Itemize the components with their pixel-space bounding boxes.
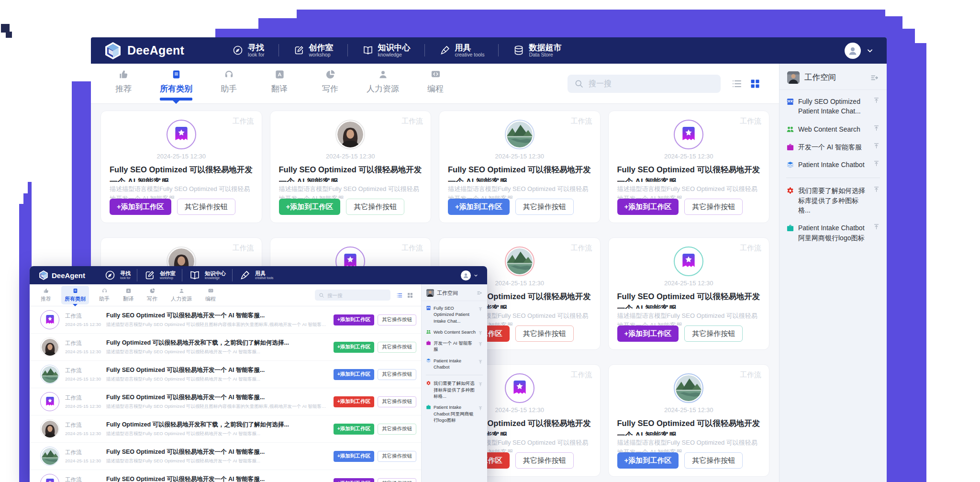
add-to-workspace-button[interactable]: +添加到工作区 (617, 452, 679, 469)
nav-item[interactable]: 知识中心 knowledge (348, 44, 425, 57)
add-to-workspace-button[interactable]: +添加到工作区 (617, 199, 679, 215)
category-tab[interactable]: 助手 (96, 286, 113, 304)
workspace-item[interactable]: Patient Intake Chatbot 阿里网商银行logo图标 (786, 223, 880, 243)
category-tab[interactable]: 编程 (421, 67, 450, 101)
agent-card[interactable]: 工作流 2024-25-15 12:30 Fully SEO Optimized… (608, 237, 770, 350)
list-view-icon[interactable] (731, 78, 743, 90)
category-tab[interactable]: 写作 (144, 286, 161, 304)
avatar[interactable] (461, 270, 471, 280)
nav-item[interactable]: 创作室 workshop (137, 269, 182, 281)
search-box[interactable] (315, 290, 390, 301)
pin-to-top-icon[interactable] (873, 142, 880, 149)
other-actions-button[interactable]: 其它操作按钮 (684, 199, 743, 215)
workspace-item[interactable]: Web Content Search (786, 124, 880, 134)
workspace-item[interactable]: 我们需要了解如何选择标库提供了多种图标格... (786, 186, 880, 215)
nav-item[interactable]: 用具 creative tools (425, 44, 499, 57)
agent-card[interactable]: 工作流 2024-25-15 12:30 Fully SEO Optimized… (100, 111, 262, 223)
other-actions-button[interactable]: 其它操作按钮 (378, 478, 416, 482)
agent-card[interactable]: 工作流 2024-25-15 12:30 Fully SEO Optimized… (608, 111, 770, 223)
add-to-workspace-button[interactable]: +添加到工作区 (448, 199, 510, 215)
add-to-workspace-button[interactable]: +添加到工作区 (334, 369, 374, 380)
category-tab[interactable]: 助手 (214, 67, 243, 101)
agent-list-row[interactable]: 工作流 2024-25-15 12:30 Fully SEO Optimized… (30, 388, 421, 415)
pin-to-top-icon[interactable] (478, 358, 483, 362)
user-menu[interactable] (461, 270, 479, 280)
add-to-workspace-button[interactable]: +添加到工作区 (334, 396, 374, 407)
user-menu[interactable] (845, 43, 874, 59)
add-to-workspace-button[interactable]: +添加到工作区 (279, 199, 341, 215)
workspace-item[interactable]: Fully SEO Optimized Patient Intake Chat.… (426, 305, 483, 324)
add-to-workspace-button[interactable]: +添加到工作区 (110, 199, 171, 215)
avatar[interactable] (845, 43, 861, 59)
agent-card[interactable]: 工作流 2024-25-15 12:30 Fully SEO Optimized… (439, 111, 601, 223)
search-input[interactable] (327, 292, 387, 298)
other-actions-button[interactable]: 其它操作按钮 (346, 199, 404, 215)
workspace-item[interactable]: Patient Intake Chatbot (786, 160, 880, 169)
grid-view-icon[interactable] (407, 292, 413, 299)
pin-to-top-icon[interactable] (478, 340, 483, 345)
collapse-sidebar-icon[interactable] (477, 290, 482, 296)
other-actions-button[interactable]: 其它操作按钮 (177, 199, 235, 215)
workspace-item[interactable]: 开发一个 AI 智能客服 (786, 142, 880, 152)
pin-to-top-icon[interactable] (478, 380, 483, 385)
workspace-item[interactable]: Fully SEO Optimized Patient Intake Chat.… (786, 97, 880, 116)
list-view-icon[interactable] (396, 292, 403, 299)
agent-list-row[interactable]: 工作流 2024-25-15 12:30 Fully SEO Optimized… (30, 470, 421, 482)
other-actions-button[interactable]: 其它操作按钮 (378, 314, 416, 325)
other-actions-button[interactable]: 其它操作按钮 (378, 396, 416, 407)
other-actions-button[interactable]: 其它操作按钮 (378, 342, 416, 353)
agent-list-row[interactable]: 工作流 2024-25-15 12:30 Fully SEO Optimized… (30, 306, 421, 334)
nav-item[interactable]: 创作室 workshop (279, 44, 348, 57)
category-tab[interactable]: 翻译 (120, 286, 137, 304)
collapse-sidebar-icon[interactable] (870, 73, 879, 82)
agent-list-row[interactable]: 工作流 2024-25-15 12:30 Fully Optimized 可以很… (30, 334, 421, 361)
search-input[interactable] (589, 79, 714, 88)
other-actions-button[interactable]: 其它操作按钮 (684, 325, 743, 342)
workspace-item[interactable]: Web Content Search (426, 329, 483, 335)
add-to-workspace-button[interactable]: +添加到工作区 (617, 325, 679, 342)
workspace-item[interactable]: 开发一个 AI 智能客服 (426, 340, 483, 353)
workspace-item[interactable]: 我们需要了解如何选择标库提供了多种图标格... (426, 380, 483, 399)
workspace-item[interactable]: Patient Intake Chatbot (426, 358, 483, 370)
pin-to-top-icon[interactable] (478, 404, 483, 409)
pin-to-top-icon[interactable] (873, 124, 880, 132)
agent-list-row[interactable]: 工作流 2024-25-15 12:30 Fully SEO Optimized… (30, 361, 421, 388)
nav-item[interactable]: 用具 creative tools (233, 269, 280, 281)
category-tab[interactable]: 翻译 (265, 67, 294, 101)
category-tab[interactable]: 写作 (316, 67, 345, 101)
add-to-workspace-button[interactable]: +添加到工作区 (334, 478, 374, 482)
add-to-workspace-button[interactable]: +添加到工作区 (334, 424, 374, 435)
other-actions-button[interactable]: 其它操作按钮 (378, 424, 416, 435)
pin-to-top-icon[interactable] (478, 329, 483, 334)
brand-logo[interactable]: DeeAgent (103, 41, 184, 60)
category-tab[interactable]: 所有类别 (61, 286, 89, 304)
nav-item[interactable]: 数据超市 Data Store (499, 44, 576, 57)
grid-view-icon[interactable] (749, 78, 761, 90)
pin-to-top-icon[interactable] (873, 160, 880, 167)
pin-to-top-icon[interactable] (873, 223, 880, 230)
nav-item[interactable]: 寻找 look for (218, 44, 278, 57)
other-actions-button[interactable]: 其它操作按钮 (515, 325, 574, 342)
other-actions-button[interactable]: 其它操作按钮 (515, 199, 574, 215)
category-tab[interactable]: 人力资源 (367, 67, 399, 101)
workspace-item[interactable]: Patient Intake Chatbot 阿里网商银行logo图标 (426, 404, 483, 423)
pin-to-top-icon[interactable] (873, 186, 880, 193)
category-tab[interactable]: 推荐 (109, 67, 138, 101)
add-to-workspace-button[interactable]: +添加到工作区 (334, 451, 374, 462)
other-actions-button[interactable]: 其它操作按钮 (378, 451, 416, 462)
category-tab[interactable]: 所有类别 (160, 67, 192, 101)
add-to-workspace-button[interactable]: +添加到工作区 (334, 342, 374, 353)
agent-list-row[interactable]: 工作流 2024-25-15 12:30 Fully Optimized 可以很… (30, 415, 421, 443)
other-actions-button[interactable]: 其它操作按钮 (684, 452, 743, 469)
other-actions-button[interactable]: 其它操作按钮 (515, 452, 574, 469)
add-to-workspace-button[interactable]: +添加到工作区 (334, 314, 374, 325)
pin-to-top-icon[interactable] (873, 97, 880, 104)
pin-to-top-icon[interactable] (478, 305, 483, 310)
category-tab[interactable]: 推荐 (37, 286, 55, 304)
category-tab[interactable]: 人力资源 (167, 286, 195, 304)
nav-item[interactable]: 寻找 look for (98, 269, 137, 281)
other-actions-button[interactable]: 其它操作按钮 (378, 369, 416, 380)
agent-card[interactable]: 工作流 2024-25-15 12:30 Fully SEO Optimized… (608, 364, 770, 477)
search-box[interactable] (568, 75, 721, 93)
agent-card[interactable]: 工作流 2024-25-15 12:30 Fully SEO Optimized… (270, 111, 432, 223)
